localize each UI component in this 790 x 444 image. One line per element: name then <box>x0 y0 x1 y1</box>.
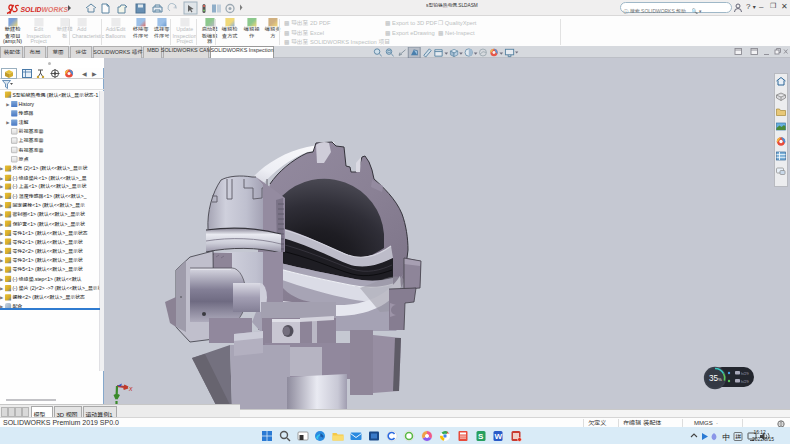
svg-text:中: 中 <box>722 433 730 442</box>
svg-text:拼: 拼 <box>735 433 741 440</box>
svg-text:S: S <box>478 432 484 441</box>
svg-text:SOLIDWORKS: SOLIDWORKS <box>21 6 69 13</box>
svg-text:W: W <box>495 432 503 441</box>
